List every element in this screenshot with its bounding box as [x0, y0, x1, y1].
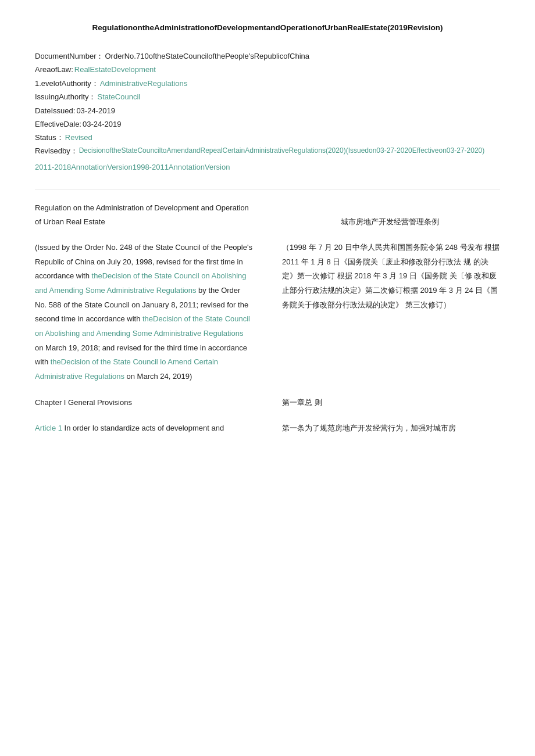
meta-issuing-authority: IssuingAuthority： StateCouncil [35, 90, 500, 103]
issuing-authority-label: IssuingAuthority： [35, 90, 97, 103]
issuance-section: (Issued by the Order No. 248 of the Stat… [35, 241, 500, 384]
status-link[interactable]: Revised [65, 131, 92, 144]
status-label: Status： [35, 131, 64, 144]
meta-effective-date: EffectiveDale: 03-24-2019 [35, 117, 500, 131]
article1-en-text: In order lo standardize acts of developm… [62, 424, 224, 432]
article1-zh-text: 第一条为了规范房地产开发经营行为，加强对城市房 [282, 424, 456, 432]
meta-area-of-law: AreaofLaw: RealEstateDevelopment [35, 63, 500, 76]
area-of-law-label: AreaofLaw: [35, 63, 73, 76]
document-number-label: DocumentNumber： [35, 49, 104, 63]
meta-level-of-authority: 1.evelofAuthority： AdministrativeRegulat… [35, 77, 500, 90]
level-of-authority-label: 1.evelofAuthority： [35, 77, 99, 90]
article1-en: Article 1 In order lo standardize acts o… [35, 421, 253, 436]
annotation-link-2[interactable]: 1998-2011AnnotationVersion [133, 160, 230, 175]
date-issued-label: DateIssued: [35, 104, 75, 117]
article1-label: Article 1 [35, 424, 62, 432]
title-zh: 城市房地产开发经营管理条例 [268, 215, 500, 229]
chapter-heading-zh-text: 第一章总 则 [282, 398, 322, 407]
article1-zh: 第一条为了规范房地产开发经营行为，加强对城市房 [265, 421, 500, 436]
chapter-heading-zh: 第一章总 则 [265, 396, 500, 410]
meta-section: DocumentNumber： OrderNo.710oftheStateCou… [35, 49, 500, 175]
annotation-link-1[interactable]: 2011-2018AnnotationVersion [35, 160, 133, 175]
issuance-en: (Issued by the Order No. 248 of the Stat… [35, 241, 253, 384]
area-of-law-link[interactable]: RealEstateDevelopment [74, 63, 156, 76]
chapter-heading-en-text: Chapter I General Provisions [35, 398, 132, 407]
issuing-authority-link[interactable]: StateCouncil [98, 90, 141, 103]
title-en: Regulation on the Administration of Deve… [35, 201, 256, 229]
effective-date-label: EffectiveDale: [35, 117, 81, 131]
effective-date-value: 03-24-2019 [83, 117, 122, 131]
page-container: RegulationontheAdministrationofDevelopme… [0, 0, 535, 471]
issuance-part4: on March 24, 2019) [124, 372, 192, 381]
document-title: RegulationontheAdministrationofDevelopme… [35, 23, 500, 32]
chapter-heading-en: Chapter I General Provisions [35, 396, 253, 410]
document-number-value: OrderNo.710oftheStateCouncilofthePeople'… [105, 49, 310, 63]
annotation-links: 2011-2018AnnotationVersion 1998-2011Anno… [35, 160, 500, 175]
level-of-authority-link[interactable]: AdministrativeRegulations [100, 77, 187, 90]
meta-date-issued: DateIssued: 03-24-2019 [35, 104, 500, 117]
meta-status: Status： Revised [35, 131, 500, 144]
date-issued-value: 03-24-2019 [76, 104, 115, 117]
issuance-zh-text: （1998 年 7 月 20 日中华人民共和国国务院令第 248 号发布 根据 … [282, 243, 500, 309]
revised-by-label: Revisedby： [35, 145, 78, 157]
chapter-heading-section: Chapter I General Provisions 第一章总 则 [35, 396, 500, 410]
article1-section: Article 1 In order lo standardize acts o… [35, 421, 500, 436]
title-zh-text: 城市房地产开发经营管理条例 [341, 217, 439, 226]
meta-revised-by: Revisedby： DecisionoftheStateCounciltoAm… [35, 145, 500, 157]
title-en-text: Regulation on the Administration of Deve… [35, 203, 249, 226]
divider-1 [35, 189, 500, 189]
title-section: Regulation on the Administration of Deve… [35, 201, 500, 229]
meta-document-number: DocumentNumber： OrderNo.710oftheStateCou… [35, 49, 500, 63]
issuance-zh: （1998 年 7 月 20 日中华人民共和国国务院令第 248 号发布 根据 … [265, 241, 500, 384]
revised-by-link[interactable]: DecisionoftheStateCounciltoAmendandRepea… [79, 145, 500, 156]
